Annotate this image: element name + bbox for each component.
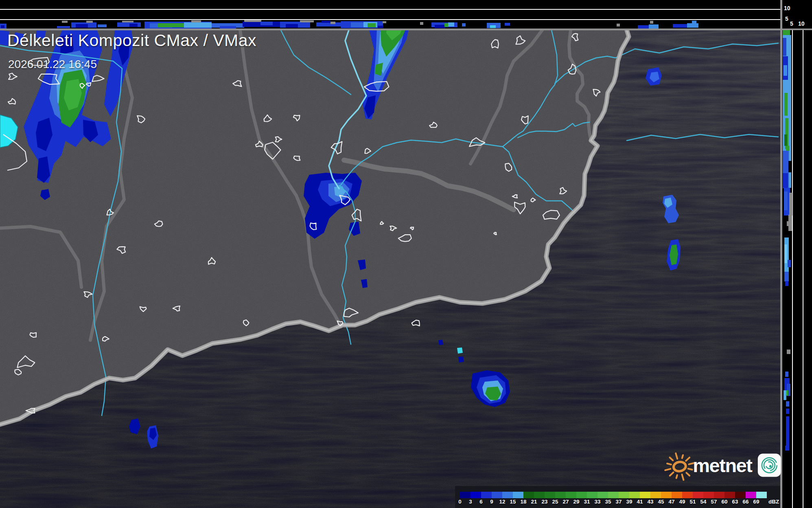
legend-swatch <box>555 492 566 498</box>
profile-echo <box>1 25 4 28</box>
profile-echo <box>383 21 386 23</box>
profile-echo <box>786 409 789 414</box>
legend-swatch <box>629 492 640 498</box>
legend-tick-label: 29 <box>573 499 579 505</box>
profile-echo <box>462 23 466 26</box>
profile-echo <box>286 24 298 28</box>
legend-swatch <box>545 492 555 498</box>
profile-echo <box>786 401 789 407</box>
sun-ray <box>688 468 692 469</box>
sun-ray <box>682 455 683 458</box>
legend-tick-label: 57 <box>711 499 717 505</box>
profile-echo <box>785 372 788 377</box>
profile-echo <box>76 24 88 28</box>
radar-map-canvas <box>0 24 780 508</box>
panel-divider-horizontal <box>0 29 812 31</box>
legend-tick-label: 15 <box>510 499 516 505</box>
legend-tick-label: 9 <box>490 499 493 505</box>
profile-echo <box>783 30 790 35</box>
legend-unit-label: dBZ <box>768 499 779 505</box>
legend-swatch <box>523 492 534 498</box>
legend-tick-label: 12 <box>499 499 505 505</box>
radar-scene <box>0 0 812 508</box>
profile-echo <box>788 161 792 172</box>
profile-echo <box>692 21 696 24</box>
legend-tick-label: 69 <box>753 499 759 505</box>
profile-echo <box>57 26 70 28</box>
legend-tick-label: 51 <box>689 499 696 505</box>
legend-tick-label: 47 <box>668 499 674 505</box>
legend-tick-label: 31 <box>584 499 590 505</box>
legend-swatch <box>471 492 481 498</box>
legend-tick-label: 41 <box>637 499 643 505</box>
profile-echo <box>98 24 107 27</box>
profile-echo <box>784 65 787 76</box>
profile-echo <box>122 21 134 22</box>
right-profile-panel <box>782 30 812 508</box>
legend-tick-label: 66 <box>742 499 749 505</box>
legend-swatch <box>650 492 661 498</box>
axis-tick-label: 5 <box>785 15 788 22</box>
profile-echo <box>673 24 687 28</box>
radar-echo <box>457 347 463 354</box>
profile-echo <box>184 22 212 28</box>
legend-swatch <box>492 492 502 498</box>
timestamp-label: 2026.01.22 16:45 <box>8 58 97 71</box>
legend-swatch-row <box>460 492 767 498</box>
profile-echo <box>788 260 791 267</box>
legend-tick-label: 33 <box>594 499 600 505</box>
legend-tick-label: 43 <box>647 499 653 505</box>
legend-swatch <box>756 492 767 498</box>
profile-echo <box>649 24 659 29</box>
profile-echo <box>316 22 341 26</box>
profile-echo <box>784 244 787 263</box>
sun-icon <box>663 446 695 484</box>
page-title: Délkeleti Kompozit CMax / VMax <box>7 31 256 50</box>
profile-echo <box>300 20 314 22</box>
legend-tick-label: 23 <box>541 499 547 505</box>
legend-swatch <box>703 492 714 498</box>
profile-echo <box>783 38 786 56</box>
legend-swatch <box>746 492 756 498</box>
legend-tick-label: 21 <box>531 499 537 505</box>
legend-swatch <box>735 492 746 498</box>
legend-tick-label: 0 <box>458 499 462 505</box>
legend-swatch <box>460 492 471 498</box>
profile-echo <box>62 21 68 23</box>
sun-ray <box>670 457 673 460</box>
top-profile-panel <box>0 0 780 29</box>
profile-echo <box>784 134 787 146</box>
legend-tick-label: 49 <box>679 499 685 505</box>
legend-tick-label: 18 <box>520 499 526 505</box>
legend-swatch <box>640 492 650 498</box>
legend-swatch <box>672 492 682 498</box>
legend-tick-label: 25 <box>552 499 558 505</box>
sun-ray <box>667 464 671 464</box>
profile-echo <box>220 26 236 29</box>
legend-tick-label: 37 <box>615 499 622 505</box>
logo-wordmark: metnet <box>693 454 752 477</box>
legend-swatch <box>724 492 735 498</box>
profile-echo <box>789 193 792 216</box>
legend-swatch <box>608 492 619 498</box>
legend-swatch <box>513 492 523 498</box>
metnet-logo: metnet <box>663 446 781 484</box>
legend-swatch <box>661 492 672 498</box>
profile-echo <box>784 272 789 281</box>
axis-tick-label: 10 <box>784 5 790 11</box>
legend-tick-label: 39 <box>626 499 632 505</box>
profile-echo <box>783 173 788 188</box>
profile-echo <box>786 416 789 449</box>
profile-echo <box>505 23 510 26</box>
profile-echo <box>785 446 789 451</box>
profile-echo <box>784 93 788 116</box>
radar-echo <box>458 356 464 363</box>
legend-swatch <box>566 492 576 498</box>
profile-echo <box>435 25 445 28</box>
profile-echo <box>448 22 454 26</box>
profile-echo <box>787 221 790 226</box>
sun-ray <box>670 473 674 476</box>
sun-ray <box>665 469 670 470</box>
profile-echo <box>158 23 187 27</box>
profile-echo <box>786 146 789 151</box>
